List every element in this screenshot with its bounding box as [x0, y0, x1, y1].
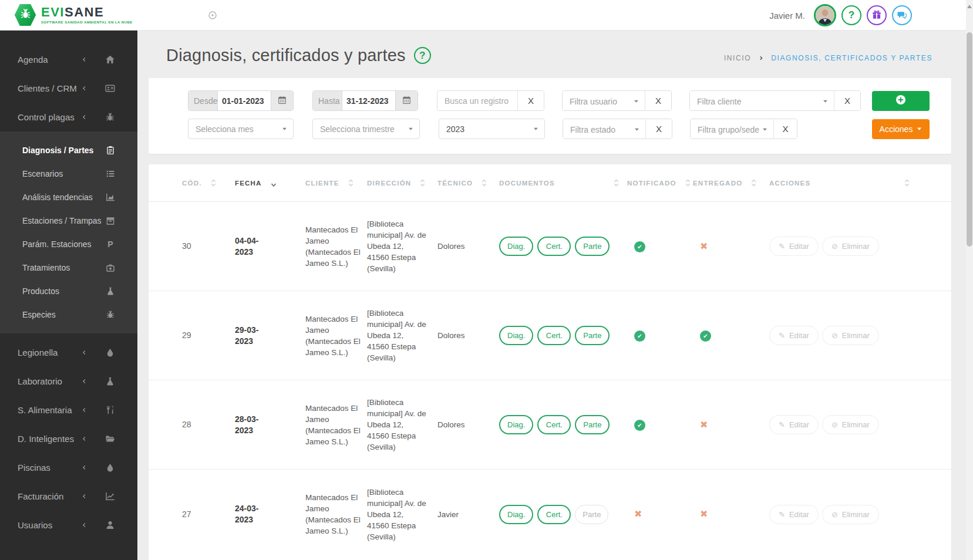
row-technician: Dolores [437, 241, 499, 252]
filter-client-select[interactable]: Filtra cliente [690, 91, 834, 111]
search-input[interactable] [437, 91, 517, 110]
col-header-documentos[interactable]: DOCUMENTOS [499, 178, 627, 187]
diag-document-button[interactable]: Diag. [499, 505, 533, 524]
caret-down-icon [634, 99, 639, 104]
sort-icon[interactable] [482, 178, 487, 187]
col-header-tecnico[interactable]: TÉCNICO [437, 178, 499, 187]
clear-search-button[interactable]: X [517, 91, 544, 110]
scrollbar-up-arrow[interactable] [967, 5, 972, 8]
sidebar-subitem-par-m-estaciones[interactable]: Parám. Estaciones P [0, 232, 137, 256]
parte-document-button[interactable]: Parte [575, 237, 610, 256]
col-header-acciones[interactable]: ACCIONES [769, 178, 918, 187]
diag-document-button[interactable]: Diag. [499, 326, 533, 345]
sort-icon[interactable] [685, 178, 691, 187]
cert-document-button[interactable]: Cert. [537, 505, 571, 524]
cert-document-button[interactable]: Cert. [537, 415, 571, 434]
edit-button[interactable]: ✎Editar [769, 326, 819, 345]
parte-document-button[interactable]: Parte [575, 505, 608, 524]
sidebar-subitem-productos[interactable]: Productos [0, 279, 137, 303]
col-header-direccion[interactable]: DIRECCIÓN [367, 178, 437, 187]
sidebar-subitem-estaciones-trampas[interactable]: Estaciones / Trampas [0, 209, 137, 232]
clear-user-filter-button[interactable]: X [645, 91, 671, 110]
sidebar-subitem-especies[interactable]: Especies [0, 303, 137, 326]
gift-button[interactable] [867, 5, 887, 25]
sidebar-item-legionella[interactable]: Legionella [0, 338, 137, 367]
edit-button[interactable]: ✎Editar [769, 415, 819, 434]
caret-down-icon [762, 127, 767, 132]
sidebar-item-d-inteligentes[interactable]: D. Inteligentes [0, 424, 137, 453]
scrollbar-thumb[interactable] [967, 32, 972, 247]
sidebar-item-s-alimentaria[interactable]: S. Alimentaria [0, 396, 137, 424]
app-logo[interactable]: EVISANE SOFTWARE SANIDAD AMBIENTAL EN LA… [14, 4, 133, 27]
sort-icon[interactable] [348, 178, 353, 187]
calendar-icon [402, 96, 411, 106]
sidebar-subitem-an-lisis-tendencias[interactable]: Análisis tendencias [0, 185, 137, 209]
filter-client-group: Filtra cliente X [689, 90, 861, 111]
sidebar-submenu: Diagnosis / Partes Escenarios Análisis t… [0, 131, 137, 333]
row-date: 04-04-2023 [235, 235, 272, 258]
sort-icon[interactable] [614, 178, 619, 187]
sidebar-item-piscinas[interactable]: Piscinas [0, 453, 137, 482]
breadcrumb-home[interactable]: INICIO [724, 54, 751, 62]
col-header-cod[interactable]: CÓD. [182, 178, 235, 187]
calendar-button[interactable] [271, 91, 293, 110]
calendar-button[interactable] [395, 91, 418, 110]
quarter-select[interactable]: Selecciona trimestre [312, 119, 420, 139]
cert-document-button[interactable]: Cert. [537, 237, 571, 256]
sidebar-item-facturaci-n[interactable]: Facturación [0, 482, 137, 511]
avatar[interactable] [814, 4, 836, 26]
sort-icon[interactable] [420, 178, 425, 187]
col-header-cliente[interactable]: CLIENTE [305, 178, 367, 187]
delete-button[interactable]: ⊘Eliminar [822, 237, 879, 256]
month-select[interactable]: Selecciona mes [188, 119, 294, 139]
delete-button[interactable]: ⊘Eliminar [822, 415, 879, 434]
parte-document-button[interactable]: Parte [575, 326, 610, 345]
sidebar-item-usuarios[interactable]: Usuarios [0, 511, 137, 539]
diag-document-button[interactable]: Diag. [499, 237, 533, 256]
sort-desc-icon[interactable] [271, 182, 277, 188]
sidebar-subitem-tratamientos[interactable]: Tratamientos [0, 256, 137, 279]
row-actions: ✎Editar ⊘Eliminar [769, 415, 918, 434]
date-from-input[interactable] [218, 91, 271, 110]
title-help-button[interactable]: ? [414, 47, 431, 64]
sort-icon[interactable] [904, 178, 910, 187]
col-header-fecha[interactable]: FECHA [235, 178, 305, 188]
clear-group-site-filter-button[interactable]: X [773, 119, 797, 139]
col-header-notificado[interactable]: NOTIFICADO [627, 178, 693, 187]
clear-client-filter-button[interactable]: X [834, 91, 860, 110]
filter-group-site-select[interactable]: Filtra grupo/sede [691, 119, 773, 139]
delete-button[interactable]: ⊘Eliminar [822, 505, 879, 524]
sidebar-item-agenda[interactable]: Agenda [0, 45, 137, 74]
delete-button[interactable]: ⊘Eliminar [822, 326, 879, 345]
cert-document-button[interactable]: Cert. [537, 326, 571, 345]
col-header-entregado[interactable]: ENTREGADO [693, 178, 769, 187]
edit-button[interactable]: ✎Editar [769, 237, 819, 256]
sidebar-item-clientes-crm[interactable]: Clientes / CRM [0, 74, 137, 103]
sidebar-subitem-escenarios[interactable]: Escenarios [0, 162, 137, 185]
filter-user-select[interactable]: Filtra usuario [563, 91, 645, 111]
edit-button[interactable]: ✎Editar [769, 505, 819, 524]
clear-state-filter-button[interactable]: X [645, 119, 672, 139]
user-name[interactable]: Javier M. [769, 11, 805, 21]
question-icon: ? [419, 50, 425, 62]
date-to-input[interactable] [342, 91, 395, 110]
window-scrollbar[interactable] [966, 0, 973, 560]
caret-down-icon [823, 99, 828, 104]
target-icon[interactable] [208, 11, 217, 20]
sidebar-subitem-diagnosis-partes[interactable]: Diagnosis / Partes [0, 139, 137, 162]
row-notified: ✔ [627, 330, 693, 342]
ban-icon: ⊘ [831, 242, 838, 251]
sidebar-item-control-plagas[interactable]: Control plagas [0, 103, 137, 131]
parte-document-button[interactable]: Parte [575, 415, 610, 434]
chat-button[interactable] [892, 5, 912, 25]
year-select[interactable]: 2023 [439, 119, 545, 139]
help-button[interactable]: ? [841, 5, 861, 25]
filter-state-select[interactable]: Filtra estado [563, 119, 645, 139]
sort-icon[interactable] [751, 178, 756, 187]
sidebar-item-laboratorio[interactable]: Laboratorio [0, 367, 137, 396]
acciones-button[interactable]: Acciones [872, 119, 930, 139]
add-record-button[interactable] [872, 91, 930, 111]
row-client: Mantecados El Jameo (Mantecados El Jameo… [305, 313, 367, 358]
diag-document-button[interactable]: Diag. [499, 415, 533, 434]
sort-icon[interactable] [211, 178, 216, 187]
